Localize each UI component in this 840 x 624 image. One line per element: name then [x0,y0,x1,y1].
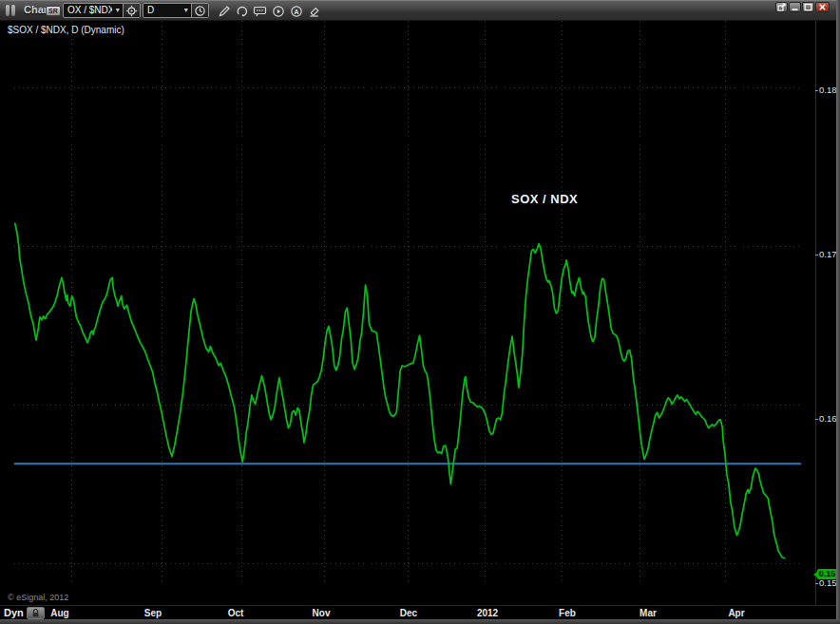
window-border-right [836,0,840,624]
lock-icon [30,608,41,618]
price-tick-label: 0.16 [819,413,837,424]
window-controls [775,2,830,12]
month-label: Aug [43,608,77,618]
chart-window: Chart SR OX / $NDX ▾ D ▾ [0,0,840,624]
maximize-button[interactable] [802,2,814,12]
clock-icon [194,5,206,17]
price-tick-label: 0.17 [819,249,837,259]
minimize-icon [791,3,799,11]
symbol-combo-value[interactable]: OX / $NDX [64,4,112,17]
symbol-settings-button[interactable] [123,4,140,17]
price-tick-label: 0.15 [819,577,837,588]
pencil-icon [218,5,231,18]
window-border-bottom [0,619,840,624]
float-window-button[interactable] [775,2,788,12]
price-axis[interactable]: 0.15 0.180.170.160.15 [815,21,836,605]
month-label: Dec [391,608,426,618]
eraser-icon [308,5,321,18]
redo-arrow-icon [236,5,249,18]
maximize-icon [804,3,812,11]
popout-icon [777,3,786,11]
chart-annotation: SOX / NDX [511,192,578,206]
price-tick-label: 0.18 [819,85,837,95]
play-circle-icon [272,5,285,18]
svg-text:A: A [294,7,299,15]
a-circle-icon: A [290,5,303,18]
time-axis[interactable]: Dyn AugSepOctNovDec2012FebMarApr [0,605,836,619]
chevron-down-icon[interactable]: ▾ [181,4,191,17]
window-titlebar[interactable]: Chart SR OX / $NDX ▾ D ▾ [0,0,840,21]
erase-tool-button[interactable] [306,3,322,19]
interval-combo[interactable]: D ▾ [143,3,209,18]
month-label: Apr [719,608,754,618]
month-label: Nov [304,608,338,618]
draw-tool-button[interactable] [216,3,232,19]
month-label: Mar [631,608,665,618]
price-tick-mark [815,583,818,584]
price-tick-mark [815,90,818,91]
month-label: 2012 [470,608,505,618]
price-tick-mark [815,255,818,255]
month-label: Feb [550,608,584,618]
time-interval-button[interactable] [191,4,208,17]
chart-plot-area[interactable]: $SOX / $NDX, D (Dynamic) SOX / NDX © eSi… [0,21,815,605]
symbol-combo[interactable]: OX / $NDX ▾ [63,3,141,18]
price-plot-svg[interactable] [0,21,815,605]
chart-window-icon [6,5,18,16]
gear-icon [125,5,138,17]
month-label: Oct [219,608,253,618]
instrument-label: $SOX / $NDX, D (Dynamic) [8,25,124,35]
close-button[interactable] [815,2,830,12]
copyright-label: © eSignal, 2012 [8,593,68,602]
interval-combo-value[interactable]: D [143,4,181,17]
close-icon [818,3,827,11]
price-line-series [15,223,785,558]
playback-button[interactable] [270,3,286,19]
alerts-button[interactable]: A [288,3,304,19]
month-label: Sep [136,608,170,618]
callout-icon [253,5,267,18]
minimize-button[interactable] [789,2,801,12]
dynamic-mode-label: Dyn [4,607,24,618]
annotation-button[interactable] [252,3,268,19]
reload-chart-button[interactable] [234,3,250,19]
window-badge: SR [46,6,61,16]
chevron-down-icon[interactable]: ▾ [112,4,123,17]
price-tick-mark [815,419,818,420]
